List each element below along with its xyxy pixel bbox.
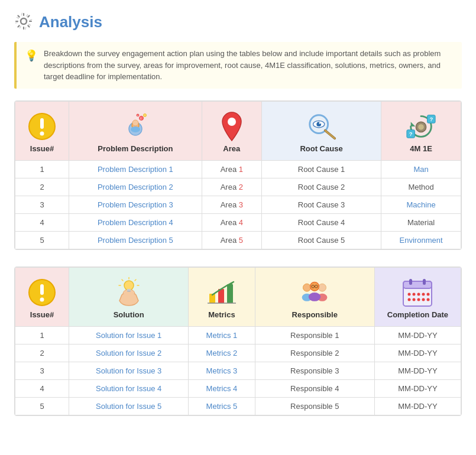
svg-point-59: [422, 292, 425, 295]
t1-issue-cell: 4: [15, 213, 69, 231]
table2-header-row: Issue#: [15, 267, 461, 326]
t2-solution-cell: Solution for Issue 2: [69, 344, 189, 362]
t2-responsible-cell: Responsible 3: [255, 362, 374, 379]
table-row: 4 Solution for Issue 4 Metrics 4 Respons…: [15, 379, 461, 397]
t2-date-cell: MM-DD-YY: [374, 326, 461, 344]
t1-issue-cell: 2: [15, 178, 69, 196]
svg-rect-31: [127, 289, 131, 291]
table-row: 1 Solution for Issue 1 Metrics 1 Respons…: [15, 326, 461, 344]
t1-rootcause-cell: Root Cause 2: [261, 178, 381, 196]
svg-text:?: ?: [409, 131, 413, 137]
t2-responsible-cell: Responsible 2: [255, 344, 374, 362]
svg-point-22: [418, 124, 424, 130]
svg-point-43: [303, 284, 311, 291]
info-box: 💡 Breakdown the survey engagement action…: [14, 42, 462, 89]
bulb-icon: 💡: [25, 49, 38, 62]
t2-col-responsible: Responsible: [255, 267, 374, 326]
table-row: 3 Solution for Issue 3 Metrics 3 Respons…: [15, 362, 461, 379]
t1-classification-cell: Man: [381, 160, 461, 178]
t1-classification-cell: Machine: [381, 196, 461, 213]
t1-classification-cell: Environment: [381, 231, 461, 249]
table-row: 4 Problem Description 4 Area 4 Root Caus…: [15, 213, 461, 231]
svg-rect-53: [403, 281, 432, 288]
t2-col-metrics: Metrics: [189, 267, 255, 326]
t2-col-issue: Issue#: [15, 267, 69, 326]
svg-text:?: ?: [429, 116, 433, 122]
info-text: Breakdown the survey engagement action p…: [44, 48, 454, 83]
table2: Issue#: [15, 267, 461, 415]
t2-col-solution: Solution: [69, 267, 189, 326]
t1-area-cell: Area 5: [202, 231, 261, 249]
svg-point-7: [131, 126, 140, 132]
t2-responsible-cell: Responsible 4: [255, 379, 374, 397]
svg-marker-20: [411, 122, 416, 126]
page-title: Analysis: [39, 13, 102, 31]
table2-wrapper: Issue#: [14, 266, 462, 416]
metrics-icon: [206, 277, 237, 308]
t2-responsible-cell: Responsible 1: [255, 326, 374, 344]
t1-rootcause-cell: Root Cause 3: [261, 196, 381, 213]
t1-problem-cell: Problem Description 3: [69, 196, 202, 213]
t2-metrics-cell: Metrics 4: [189, 379, 255, 397]
svg-rect-32: [127, 291, 131, 292]
svg-point-62: [413, 298, 416, 301]
svg-point-13: [228, 118, 236, 126]
t1-problem-cell: Problem Description 5: [69, 231, 202, 249]
t1-area-cell: Area 2: [202, 178, 261, 196]
table1-body: 1 Problem Description 1 Area 1 Root Caus…: [15, 160, 461, 249]
t1-col-issue: Issue#: [15, 101, 69, 160]
svg-point-60: [427, 292, 430, 295]
calendar-icon: [402, 277, 433, 308]
t1-rootcause-cell: Root Cause 5: [261, 231, 381, 249]
table1: Issue#: [15, 101, 461, 249]
t2-issue-icon: [27, 277, 57, 308]
t2-issue-cell: 5: [15, 397, 69, 415]
t1-area-cell: Area 1: [202, 160, 261, 178]
table-row: 2 Problem Description 2 Area 2 Root Caus…: [15, 178, 461, 196]
issue-icon: [27, 111, 57, 142]
t2-solution-cell: Solution for Issue 4: [69, 379, 189, 397]
t1-col-rootcause: Root Cause: [261, 101, 381, 160]
table-row: 2 Solution for Issue 2 Metrics 2 Respons…: [15, 344, 461, 362]
svg-point-64: [422, 298, 425, 301]
svg-point-57: [413, 292, 416, 295]
svg-point-6: [132, 120, 138, 126]
solution-icon: [114, 277, 144, 308]
table-row: 3 Problem Description 3 Area 3 Root Caus…: [15, 196, 461, 213]
t1-issue-cell: 3: [15, 196, 69, 213]
svg-point-61: [408, 298, 411, 301]
t2-metrics-cell: Metrics 5: [189, 397, 255, 415]
svg-point-48: [309, 292, 320, 301]
t1-area-cell: Area 4: [202, 213, 261, 231]
t2-responsible-cell: Responsible 5: [255, 397, 374, 415]
t1-problem-cell: Problem Description 2: [69, 178, 202, 196]
t2-issue-cell: 2: [15, 344, 69, 362]
svg-point-3: [40, 131, 44, 135]
t1-issue-cell: 1: [15, 160, 69, 178]
t2-date-cell: MM-DD-YY: [374, 362, 461, 379]
t1-problem-cell: Problem Description 1: [69, 160, 202, 178]
table1-wrapper: Issue#: [14, 100, 462, 250]
svg-text:!: !: [137, 115, 138, 118]
t2-solution-cell: Solution for Issue 3: [69, 362, 189, 379]
t2-issue-cell: 1: [15, 326, 69, 344]
t1-area-cell: Area 3: [202, 196, 261, 213]
responsible-icon: [299, 277, 330, 308]
svg-rect-55: [423, 279, 426, 285]
svg-point-10: [143, 113, 146, 116]
t2-issue-cell: 3: [15, 362, 69, 379]
t1-col-area: Area: [202, 101, 261, 160]
t2-solution-cell: Solution for Issue 1: [69, 326, 189, 344]
svg-point-29: [40, 297, 44, 301]
4m1e-icon: ? ?: [406, 111, 436, 142]
table-row: 1 Problem Description 1 Area 1 Root Caus…: [15, 160, 461, 178]
svg-point-17: [319, 122, 320, 124]
svg-point-58: [417, 292, 420, 295]
t1-problem-cell: Problem Description 4: [69, 213, 202, 231]
svg-line-34: [135, 280, 136, 281]
gear-icon: [14, 12, 33, 32]
t1-classification-cell: Method: [381, 178, 461, 196]
svg-point-45: [319, 284, 326, 291]
svg-rect-54: [409, 279, 412, 285]
svg-point-65: [427, 298, 430, 301]
